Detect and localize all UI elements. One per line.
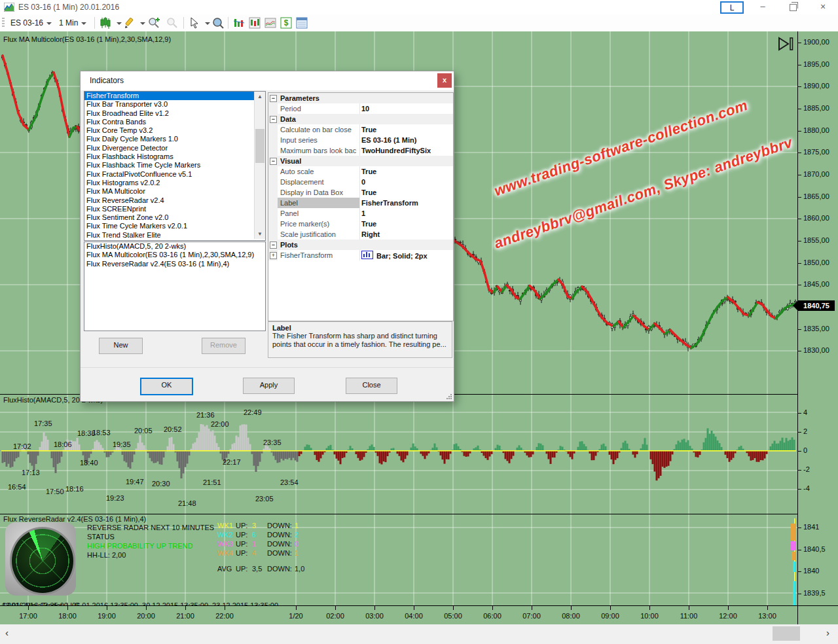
collapse-icon[interactable]: −	[270, 95, 277, 102]
grid-row[interactable]: Auto scaleTrue	[268, 166, 453, 177]
go-to-end-icon[interactable]	[778, 37, 796, 54]
indicator-item[interactable]: Flux Sentiment Zone v2.0	[84, 213, 265, 222]
grid-row[interactable]: Calculate on bar closeTrue	[268, 124, 453, 135]
grid-row[interactable]: Maximum bars look bacTwoHundredFiftySix	[268, 145, 453, 156]
indicator-item[interactable]: Flux Trend Stalker Elite	[84, 231, 265, 240]
grid-row[interactable]: Price marker(s)True	[268, 219, 453, 229]
indicator-item[interactable]: Flux Flashback Histograms	[84, 152, 265, 161]
grid-row-value[interactable]: 1	[357, 208, 453, 219]
configured-indicator-list[interactable]: FluxHisto(AMACD,5, 20 2-wks)Flux MA Mult…	[84, 241, 266, 331]
collapse-icon[interactable]: −	[270, 116, 277, 123]
indicators-icon[interactable]	[233, 17, 245, 29]
chevron-down-icon[interactable]	[140, 22, 145, 25]
grid-row[interactable]: Display in Data BoxTrue	[268, 187, 453, 198]
candlestick-chart-icon[interactable]	[100, 17, 111, 29]
grid-row[interactable]: Scale justificationRight	[268, 229, 453, 240]
grid-row[interactable]: Period10	[268, 103, 453, 114]
dialog-titlebar[interactable]: Indicators x	[81, 71, 454, 90]
new-button[interactable]: New	[99, 338, 143, 354]
indicator-item[interactable]: Flux MA Multicolor	[84, 187, 265, 196]
grid-row[interactable]: Displacement0	[268, 177, 453, 187]
indicator-item[interactable]: Flux Core Temp v3.2	[84, 126, 265, 135]
grid-row[interactable]: +FisherTransformBar; Solid; 2px	[268, 250, 453, 260]
grid-row-value[interactable]: TwoHundredFiftySix	[357, 145, 453, 156]
grid-row-value[interactable]: FisherTransform	[357, 198, 453, 208]
indicator-item[interactable]: Flux ReverseRadar v2.4	[84, 196, 265, 205]
grid-section-header[interactable]: −Plots	[268, 240, 453, 250]
properties-icon[interactable]	[296, 17, 308, 29]
grid-row-value[interactable]: Bar; Solid; 2px	[357, 250, 453, 260]
indicator-item[interactable]: Flux Broadhead Elite v1.2	[84, 109, 265, 118]
drawing-tools-icon[interactable]	[123, 17, 135, 29]
indicator-item[interactable]: Flux FractalPivotConfluence v5.1	[84, 170, 265, 179]
scroll-up-icon[interactable]: ▲	[255, 92, 265, 101]
scroll-down-icon[interactable]: ▼	[255, 229, 265, 239]
chart-style-icon[interactable]	[249, 17, 261, 29]
indicator-item[interactable]: Flux Contra Bands	[84, 118, 265, 126]
time-tick	[146, 606, 147, 610]
configured-item[interactable]: Flux ReverseRadar v2.4(ES 03-16 (1 Min),…	[84, 260, 265, 268]
scrollbar-thumb[interactable]	[773, 626, 800, 641]
grid-row-value[interactable]: True	[357, 219, 453, 229]
radar-tick	[797, 571, 801, 572]
grid-row-value[interactable]: 0	[357, 177, 453, 187]
data-box-icon[interactable]	[212, 17, 224, 29]
grid-row-value[interactable]: True	[357, 124, 453, 135]
collapse-icon[interactable]: −	[270, 158, 277, 165]
resize-grip[interactable]	[446, 394, 452, 399]
chart-region-icon[interactable]	[264, 17, 276, 29]
time-tick	[571, 606, 572, 610]
minimize-button[interactable]: –	[752, 0, 774, 14]
indicator-item[interactable]: Flux SCREENprint	[84, 205, 265, 213]
price-axis[interactable]: 1900,001895,001890,001885,001880,001875,…	[797, 31, 838, 605]
list-scrollbar[interactable]: ▲ ▼	[254, 92, 265, 239]
apply-button[interactable]: Apply	[243, 378, 295, 394]
configured-item[interactable]: FluxHisto(AMACD,5, 20 2-wks)	[84, 242, 265, 251]
indicator-item[interactable]: Flux Bar Transporter v3.0	[84, 100, 265, 109]
grid-section-header[interactable]: −Data	[268, 114, 453, 124]
grid-row[interactable]: LabelFisherTransform	[268, 198, 453, 208]
scroll-right-icon[interactable]: ›	[826, 627, 829, 638]
instrument-dropdown[interactable]: ES 03-16	[8, 16, 54, 29]
grid-row-value[interactable]: Right	[357, 229, 453, 240]
property-grid[interactable]: −ParametersPeriod10−DataCalculate on bar…	[268, 92, 454, 321]
indicator-item[interactable]: Flux Divergence Detector	[84, 144, 265, 152]
toolbar-grip[interactable]	[2, 18, 5, 28]
chevron-down-icon[interactable]	[117, 22, 122, 25]
chevron-down-icon[interactable]	[205, 22, 210, 25]
link-button[interactable]: L	[720, 1, 744, 14]
indicator-item[interactable]: Flux Histograms v2.0.2	[84, 179, 265, 187]
grid-row-value[interactable]: True	[357, 166, 453, 177]
dialog-close-button[interactable]: x	[437, 73, 452, 88]
close-button[interactable]: ×	[812, 0, 834, 14]
grid-section-header[interactable]: −Parameters	[268, 93, 453, 103]
indicator-item[interactable]: FisherTransform	[84, 92, 265, 100]
ok-button[interactable]: OK	[140, 378, 193, 395]
account-icon[interactable]: $	[280, 17, 292, 29]
window-titlebar[interactable]: ES 03-16 (1 Min) 20.01.2016 L – ×	[0, 0, 838, 15]
indicator-item[interactable]: Flux Flashback Time Cycle Markers	[84, 161, 265, 170]
cursor-icon[interactable]	[189, 17, 200, 29]
time-axis[interactable]: 17:0018:0019:0020:0021:0022:001/2002:000…	[0, 605, 838, 624]
grid-row-value[interactable]: True	[357, 187, 453, 198]
collapse-icon[interactable]: −	[270, 241, 277, 249]
grid-row[interactable]: Input seriesES 03-16 (1 Min)	[268, 135, 453, 145]
indicator-item[interactable]: Flux Daily Cycle Markers 1.0	[84, 135, 265, 143]
close-dialog-button[interactable]: Close	[346, 378, 397, 394]
grid-section-header[interactable]: −Visual	[268, 156, 453, 166]
grid-row-value[interactable]: ES 03-16 (1 Min)	[357, 135, 453, 145]
zoom-in-icon[interactable]	[148, 17, 160, 29]
price-tick	[797, 86, 801, 87]
scroll-left-icon[interactable]: ‹	[5, 627, 9, 638]
indicator-item[interactable]: Flux Time Cycle Markers v2.0.1	[84, 222, 265, 230]
interval-dropdown[interactable]: 1 Min	[56, 16, 89, 29]
restore-button[interactable]	[782, 0, 804, 14]
indicator-list[interactable]: FisherTransformFlux Bar Transporter v3.0…	[84, 91, 266, 241]
configured-item[interactable]: Flux MA Multicolor(ES 03-16 (1 Min),2,30…	[84, 251, 265, 259]
horizontal-scrollbar[interactable]: ‹ ›	[0, 624, 838, 644]
grid-row[interactable]: Panel1	[268, 208, 453, 219]
grid-row-value[interactable]: 10	[357, 103, 453, 114]
expand-icon[interactable]: +	[270, 252, 277, 259]
list-scrollbar-thumb[interactable]	[255, 129, 264, 163]
time-axis-label: 18:00	[53, 612, 82, 620]
